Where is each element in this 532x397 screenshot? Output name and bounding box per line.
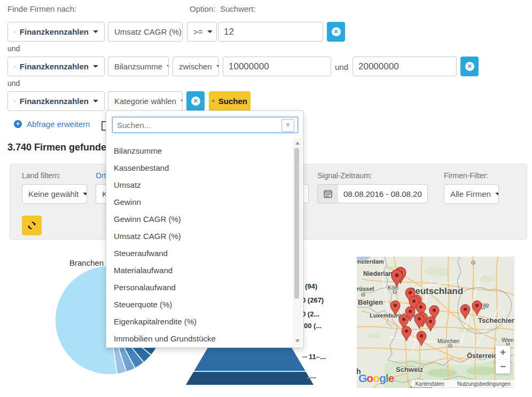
dropdown-search-input[interactable] [112, 117, 298, 133]
operator-select[interactable]: >= [187, 22, 217, 42]
google-logo[interactable]: Google [358, 372, 394, 385]
search-value-input[interactable] [218, 22, 323, 42]
map-label-schweiz: Schweiz [396, 366, 424, 374]
zoom-out-button[interactable]: − [496, 360, 510, 374]
clear-search-icon[interactable]: × [281, 119, 294, 132]
terms-link[interactable]: Nutzungsbedingungen [457, 381, 511, 387]
google-logo-letter: G [358, 372, 366, 384]
funnel-segment[interactable] [185, 371, 315, 385]
kategorie-waehlen-select[interactable]: Kategorie wählen [108, 91, 183, 111]
search-icon [212, 97, 215, 105]
search-button-label: Suchen [218, 97, 247, 106]
expand-query-label: Abfrage erweitern [27, 120, 90, 129]
category-select[interactable]: Finanzkennzahlen [7, 91, 105, 111]
refresh-button[interactable] [22, 216, 42, 235]
chart-data-label: 11–... [309, 353, 326, 361]
land-filter-select[interactable]: Keine gewählt [22, 184, 87, 204]
expand-query-link[interactable]: + Abfrage erweitern [14, 120, 90, 129]
map-label-bruessel: rüssel [357, 285, 374, 292]
results-heading: 3.740 Firmen gefunden [7, 142, 112, 153]
chevron-down-icon [181, 100, 183, 102]
scroll-up-icon[interactable] [295, 141, 300, 145]
dropdown-option[interactable]: Kassenbestand [106, 160, 293, 177]
operator-select-value: >= [193, 27, 203, 36]
dropdown-option[interactable]: Bilanzsumme [106, 142, 293, 160]
signal-period-input[interactable] [338, 184, 428, 203]
map-label-luxemburg: Luxemburg [370, 312, 402, 319]
find-companies-label: Finde Firmen nach: [7, 4, 76, 13]
and-connector: und [7, 44, 20, 53]
close-circle-icon: ✕ [191, 97, 200, 106]
value-label: Suchwert: [220, 4, 256, 13]
save-query-icon[interactable] [101, 121, 106, 131]
dropdown-option[interactable]: Personalaufwand [106, 279, 293, 296]
dropdown-option[interactable]: Gewinn [106, 194, 293, 211]
remove-condition-button[interactable]: ✕ [186, 91, 205, 111]
range-min-input[interactable] [223, 57, 331, 76]
operator-select[interactable]: zwischen [173, 57, 219, 76]
dropdown-option[interactable]: Gewinn CAGR (%) [106, 211, 293, 228]
app-root: Finde Firmen nach: Option: Suchwert: Fin… [0, 0, 532, 397]
scrollbar-thumb[interactable] [294, 148, 299, 299]
dropdown-option[interactable]: Materialaufwand [106, 262, 293, 279]
dropdown-option[interactable]: Umsatz CAGR (%) [106, 228, 293, 245]
map-label-belgien: Belgien [358, 298, 383, 306]
label-connector-line [302, 356, 307, 358]
remove-condition-button[interactable]: ✕ [460, 57, 479, 76]
category-dropdown-panel: × Bilanzsumme Kassenbestand Umsatz Gewin… [106, 110, 303, 348]
dropdown-scrollbar[interactable] [293, 139, 301, 345]
date-addon [317, 184, 339, 203]
dropdown-option[interactable]: Eigenkapitalrendite (%) [106, 313, 293, 330]
field-select[interactable]: Bilanzsumme [108, 57, 169, 76]
map-zoom-control: + − [496, 346, 510, 374]
plus-circle-icon: + [14, 120, 22, 128]
dropdown-option[interactable]: Immobilien und Grundstücke [106, 330, 293, 347]
category-select[interactable]: Finanzkennzahlen [7, 22, 105, 42]
operator-select-value: zwischen [179, 62, 212, 71]
google-logo-letter: e [388, 372, 394, 384]
remove-condition-button[interactable]: ✕ [327, 22, 345, 42]
map-label-tschechien: Tschechien [478, 316, 514, 324]
close-circle-icon: ✕ [332, 27, 341, 36]
map-canvas[interactable]: msterdam Niederlande rüssel Belgien Luxe… [357, 257, 514, 388]
field-select-value: Bilanzsumme [114, 62, 162, 71]
chevron-down-icon [167, 65, 169, 68]
company-filter-select[interactable]: Alle Firmen [444, 184, 499, 204]
google-logo-letter: o [366, 372, 373, 384]
dropdown-option[interactable]: Steuerquote (%) [106, 296, 293, 313]
field-select[interactable]: Umsatz CAGR (%) [108, 22, 183, 42]
land-filter-value: Keine gewählt [28, 189, 79, 198]
map-label-muenchen: München [437, 338, 459, 344]
google-logo-letter: g [379, 372, 386, 384]
between-join-label: und [335, 62, 348, 72]
zoom-in-button[interactable]: + [496, 346, 510, 360]
and-connector: und [7, 79, 20, 88]
signal-period-label: Signal-Zeitraum: [317, 171, 372, 180]
money-icon [14, 29, 15, 35]
chevron-down-icon [93, 100, 98, 102]
range-max-input[interactable] [353, 57, 457, 76]
map-attribution: Kartendaten Nutzungsbedingungen [411, 380, 514, 387]
chevron-down-icon [207, 30, 213, 33]
map-label-wien: Wien [502, 337, 514, 343]
scroll-down-icon[interactable] [295, 339, 300, 343]
chart-data-label: 00 (... [304, 322, 322, 330]
land-filter-label: Land filtern: [22, 171, 61, 180]
dropdown-option[interactable]: Steueraufwand [106, 245, 293, 262]
field-select-value: Kategorie wählen [114, 97, 176, 106]
company-filter-value: Alle Firmen [450, 189, 491, 198]
google-logo-letter: o [373, 372, 379, 384]
chart-data-label: (94) [305, 282, 317, 290]
chart-data-label: 0 (2... [302, 310, 319, 318]
category-select-value: Finanzkennzahlen [20, 62, 89, 71]
category-select[interactable]: Finanzkennzahlen [7, 57, 105, 76]
refresh-icon [27, 221, 36, 230]
company-filter-label: Firmen-Filter: [444, 171, 488, 180]
ort-filter-label[interactable]: Ort [96, 171, 106, 180]
option-label: Option: [190, 4, 215, 13]
dropdown-option[interactable]: Umsatz [106, 177, 293, 194]
search-button[interactable]: Suchen [209, 91, 251, 111]
results-map[interactable]: msterdam Niederlande rüssel Belgien Luxe… [357, 257, 514, 388]
label-connector-line [307, 377, 316, 378]
chevron-down-icon [216, 65, 219, 68]
